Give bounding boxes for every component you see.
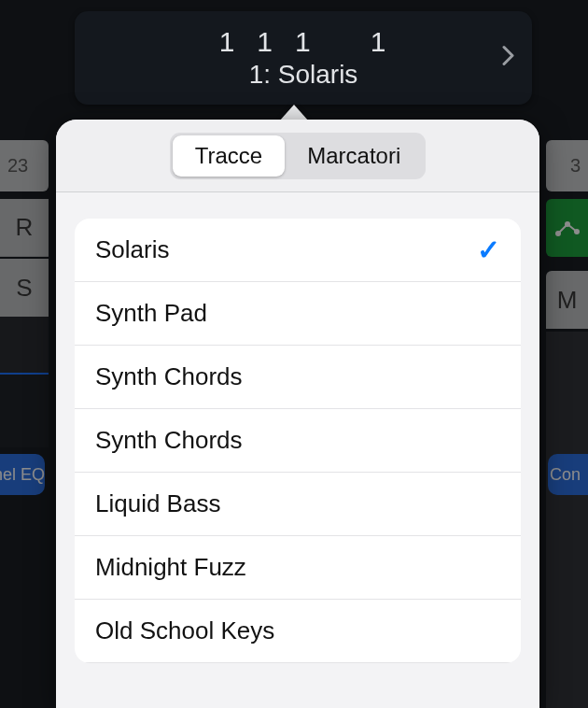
track-item-label: Midnight Fuzz — [95, 553, 246, 582]
track-item-label: Old School Keys — [95, 616, 274, 645]
track-item-label: Synth Chords — [95, 362, 243, 391]
track-item-label: Synth Pad — [95, 299, 207, 328]
track-item-label: Solaris — [95, 235, 169, 264]
chevron-right-icon[interactable] — [502, 44, 515, 73]
track-marker-popover: Tracce Marcatori Solaris✓Synth PadSynth … — [56, 120, 539, 708]
list-item[interactable]: Old School Keys — [75, 600, 521, 663]
lcd-track-name: 1: Solaris — [249, 60, 358, 90]
lcd-beat: 1 — [257, 26, 274, 58]
lcd-position-readout: 1 1 1 1 — [219, 26, 388, 58]
list-item[interactable]: Midnight Fuzz — [75, 536, 521, 600]
list-item[interactable]: Synth Chords — [75, 409, 521, 473]
popover-header: Tracce Marcatori — [56, 120, 539, 192]
segmented-control: Tracce Marcatori — [170, 133, 427, 179]
list-item[interactable]: Solaris✓ — [75, 219, 521, 282]
popover-body: Solaris✓Synth PadSynth ChordsSynth Chord… — [56, 192, 539, 708]
list-item[interactable]: Liquid Bass — [75, 473, 521, 536]
lcd-bar: 1 — [219, 26, 237, 58]
track-item-label: Liquid Bass — [95, 489, 220, 518]
lcd-display[interactable]: 1 1 1 1 1: Solaris — [75, 11, 532, 105]
checkmark-icon: ✓ — [477, 234, 500, 266]
lcd-tick: 1 — [371, 26, 388, 58]
tab-tracks[interactable]: Tracce — [173, 135, 285, 177]
tab-markers[interactable]: Marcatori — [285, 135, 423, 177]
track-list: Solaris✓Synth PadSynth ChordsSynth Chord… — [75, 219, 521, 663]
list-item[interactable]: Synth Chords — [75, 346, 521, 409]
list-item[interactable]: Synth Pad — [75, 282, 521, 346]
track-item-label: Synth Chords — [95, 426, 243, 455]
lcd-div: 1 — [295, 26, 313, 58]
